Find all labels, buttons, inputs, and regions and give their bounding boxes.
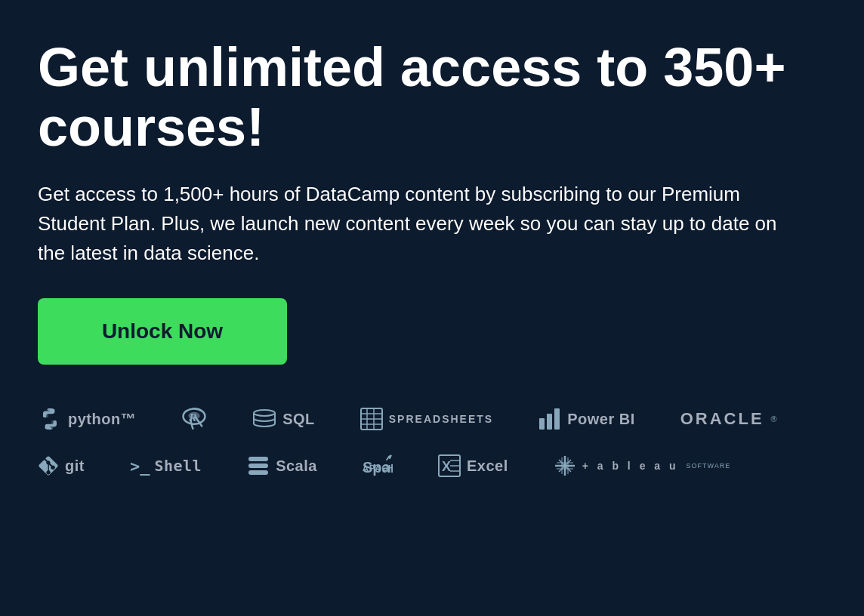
svg-point-3 xyxy=(254,410,275,416)
oracle-logo: ORACLE ® xyxy=(680,409,777,429)
scala-label: Scala xyxy=(276,457,317,475)
tableau-label: + a b l e a u xyxy=(582,460,679,472)
svg-text:Spark: Spark xyxy=(363,459,393,476)
spreadsheets-logo: SPREADSHEETS xyxy=(360,408,493,430)
spark-logo: APACHE Spark xyxy=(363,454,393,477)
excel-logo: X Excel xyxy=(438,454,508,477)
svg-rect-15 xyxy=(248,470,268,475)
oracle-label: ORACLE xyxy=(680,409,764,429)
shell-logo: >_ Shell xyxy=(130,457,202,476)
python-label: python™ xyxy=(68,411,136,428)
shell-label: Shell xyxy=(154,457,202,475)
svg-rect-12 xyxy=(554,408,560,430)
svg-rect-11 xyxy=(547,414,552,430)
powerbi-logo: Power BI xyxy=(538,408,635,430)
logos-section: python™ R SQL xyxy=(38,406,826,477)
git-logo: git xyxy=(38,455,85,476)
sql-logo: SQL xyxy=(252,409,315,429)
unlock-now-button[interactable]: Unlock Now xyxy=(38,298,287,365)
python-logo: python™ xyxy=(38,407,136,431)
svg-text:X: X xyxy=(442,459,451,474)
logos-row-2: git >_ Shell Scala APACHE Spark xyxy=(38,454,826,477)
excel-label: Excel xyxy=(467,457,508,475)
svg-text:R: R xyxy=(188,411,196,424)
spreadsheets-label: SPREADSHEETS xyxy=(389,413,493,425)
svg-rect-13 xyxy=(248,457,268,461)
sql-label: SQL xyxy=(282,411,315,428)
powerbi-label: Power BI xyxy=(567,411,635,428)
page-subtitle: Get access to 1,500+ hours of DataCamp c… xyxy=(38,180,778,268)
page-title: Get unlimited access to 350+ courses! xyxy=(38,38,793,157)
tableau-logo: + a b l e a u SOFTWARE xyxy=(554,454,731,477)
svg-rect-10 xyxy=(539,418,545,430)
r-logo: R xyxy=(181,406,207,432)
scala-logo: Scala xyxy=(247,454,317,477)
logos-row-1: python™ R SQL xyxy=(38,406,826,432)
git-label: git xyxy=(65,457,85,475)
svg-rect-14 xyxy=(248,464,268,468)
